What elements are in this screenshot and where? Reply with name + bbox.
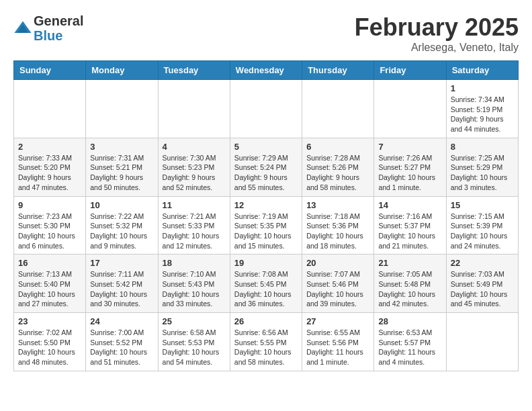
day-header-monday: Monday [86, 61, 158, 80]
calendar-cell: 20Sunrise: 7:07 AM Sunset: 5:46 PM Dayli… [302, 255, 374, 313]
day-header-tuesday: Tuesday [158, 61, 230, 80]
day-info: Sunrise: 7:22 AM Sunset: 5:32 PM Dayligh… [90, 212, 153, 251]
day-info: Sunrise: 6:55 AM Sunset: 5:56 PM Dayligh… [306, 328, 369, 367]
day-number: 12 [234, 200, 298, 210]
day-info: Sunrise: 7:34 AM Sunset: 5:19 PM Dayligh… [451, 95, 514, 134]
day-number: 7 [378, 142, 441, 152]
day-number: 5 [234, 142, 298, 152]
calendar-cell: 8Sunrise: 7:25 AM Sunset: 5:29 PM Daylig… [446, 138, 518, 196]
calendar-cell: 11Sunrise: 7:21 AM Sunset: 5:33 PM Dayli… [158, 196, 230, 255]
calendar-cell: 4Sunrise: 7:30 AM Sunset: 5:23 PM Daylig… [158, 138, 230, 196]
calendar-week-1: 1Sunrise: 7:34 AM Sunset: 5:19 PM Daylig… [14, 80, 519, 138]
calendar-cell: 6Sunrise: 7:28 AM Sunset: 5:26 PM Daylig… [302, 138, 374, 196]
calendar-cell: 12Sunrise: 7:19 AM Sunset: 5:35 PM Dayli… [230, 196, 302, 255]
day-number: 15 [451, 200, 514, 210]
day-info: Sunrise: 7:07 AM Sunset: 5:46 PM Dayligh… [306, 269, 369, 309]
calendar-cell [86, 80, 158, 138]
calendar-cell: 5Sunrise: 7:29 AM Sunset: 5:24 PM Daylig… [230, 138, 302, 196]
day-info: Sunrise: 7:03 AM Sunset: 5:49 PM Dayligh… [451, 269, 514, 309]
calendar-cell: 19Sunrise: 7:08 AM Sunset: 5:45 PM Dayli… [230, 255, 302, 313]
day-info: Sunrise: 6:56 AM Sunset: 5:55 PM Dayligh… [234, 328, 298, 367]
calendar-cell: 9Sunrise: 7:23 AM Sunset: 5:30 PM Daylig… [14, 196, 86, 255]
day-number: 13 [306, 200, 369, 210]
calendar-cell: 26Sunrise: 6:56 AM Sunset: 5:55 PM Dayli… [230, 313, 302, 371]
title-area: February 2025 Arlesega, Veneto, Italy [355, 13, 519, 54]
day-number: 25 [163, 316, 226, 326]
calendar-cell: 2Sunrise: 7:33 AM Sunset: 5:20 PM Daylig… [14, 138, 86, 196]
day-info: Sunrise: 7:00 AM Sunset: 5:52 PM Dayligh… [90, 328, 153, 367]
day-info: Sunrise: 6:53 AM Sunset: 5:57 PM Dayligh… [378, 328, 441, 367]
calendar-cell: 18Sunrise: 7:10 AM Sunset: 5:43 PM Dayli… [158, 255, 230, 313]
calendar-cell: 28Sunrise: 6:53 AM Sunset: 5:57 PM Dayli… [374, 313, 446, 371]
calendar-cell: 15Sunrise: 7:15 AM Sunset: 5:39 PM Dayli… [446, 196, 518, 255]
day-info: Sunrise: 7:08 AM Sunset: 5:45 PM Dayligh… [234, 269, 298, 309]
day-number: 26 [234, 316, 298, 326]
day-info: Sunrise: 7:28 AM Sunset: 5:26 PM Dayligh… [306, 153, 369, 193]
calendar-cell [446, 313, 518, 371]
location: Arlesega, Veneto, Italy [355, 42, 519, 54]
calendar-cell: 23Sunrise: 7:02 AM Sunset: 5:50 PM Dayli… [14, 313, 86, 371]
day-number: 18 [163, 258, 226, 268]
calendar-cell: 21Sunrise: 7:05 AM Sunset: 5:48 PM Dayli… [374, 255, 446, 313]
day-info: Sunrise: 7:11 AM Sunset: 5:42 PM Dayligh… [90, 269, 153, 309]
day-number: 22 [451, 258, 514, 268]
logo-icon [13, 19, 32, 38]
calendar-cell: 13Sunrise: 7:18 AM Sunset: 5:36 PM Dayli… [302, 196, 374, 255]
day-number: 4 [163, 142, 226, 152]
day-number: 10 [90, 200, 153, 210]
day-number: 19 [234, 258, 298, 268]
day-header-thursday: Thursday [302, 61, 374, 80]
calendar-cell: 16Sunrise: 7:13 AM Sunset: 5:40 PM Dayli… [14, 255, 86, 313]
day-number: 3 [90, 142, 153, 152]
logo-text: General Blue [34, 13, 83, 43]
day-info: Sunrise: 7:21 AM Sunset: 5:33 PM Dayligh… [163, 212, 226, 251]
calendar-table: SundayMondayTuesdayWednesdayThursdayFrid… [13, 60, 519, 371]
day-number: 11 [163, 200, 226, 210]
month-title: February 2025 [355, 13, 519, 42]
day-number: 8 [451, 142, 514, 152]
calendar-cell [158, 80, 230, 138]
day-info: Sunrise: 7:26 AM Sunset: 5:27 PM Dayligh… [378, 153, 441, 193]
logo: General Blue [13, 13, 83, 43]
calendar-cell: 27Sunrise: 6:55 AM Sunset: 5:56 PM Dayli… [302, 313, 374, 371]
calendar-cell [374, 80, 446, 138]
day-number: 20 [306, 258, 369, 268]
calendar-header-row: SundayMondayTuesdayWednesdayThursdayFrid… [14, 61, 519, 80]
day-info: Sunrise: 7:10 AM Sunset: 5:43 PM Dayligh… [163, 269, 226, 309]
calendar-week-3: 9Sunrise: 7:23 AM Sunset: 5:30 PM Daylig… [14, 196, 519, 255]
calendar-cell: 1Sunrise: 7:34 AM Sunset: 5:19 PM Daylig… [446, 80, 518, 138]
day-number: 14 [378, 200, 441, 210]
day-header-saturday: Saturday [446, 61, 518, 80]
day-number: 21 [378, 258, 441, 268]
day-number: 9 [18, 200, 81, 210]
day-number: 23 [18, 316, 81, 326]
day-info: Sunrise: 7:18 AM Sunset: 5:36 PM Dayligh… [306, 212, 369, 251]
calendar-cell: 3Sunrise: 7:31 AM Sunset: 5:21 PM Daylig… [86, 138, 158, 196]
calendar-cell [230, 80, 302, 138]
calendar-cell: 7Sunrise: 7:26 AM Sunset: 5:27 PM Daylig… [374, 138, 446, 196]
day-header-sunday: Sunday [14, 61, 86, 80]
day-info: Sunrise: 7:16 AM Sunset: 5:37 PM Dayligh… [378, 212, 441, 251]
day-info: Sunrise: 7:25 AM Sunset: 5:29 PM Dayligh… [451, 153, 514, 193]
calendar-cell [302, 80, 374, 138]
day-number: 16 [18, 258, 81, 268]
day-info: Sunrise: 7:33 AM Sunset: 5:20 PM Dayligh… [18, 153, 81, 193]
day-info: Sunrise: 7:19 AM Sunset: 5:35 PM Dayligh… [234, 212, 298, 251]
calendar-week-4: 16Sunrise: 7:13 AM Sunset: 5:40 PM Dayli… [14, 255, 519, 313]
calendar-cell: 10Sunrise: 7:22 AM Sunset: 5:32 PM Dayli… [86, 196, 158, 255]
day-info: Sunrise: 6:58 AM Sunset: 5:53 PM Dayligh… [163, 328, 226, 367]
day-info: Sunrise: 7:05 AM Sunset: 5:48 PM Dayligh… [378, 269, 441, 309]
day-number: 28 [378, 316, 441, 326]
day-number: 24 [90, 316, 153, 326]
day-info: Sunrise: 7:30 AM Sunset: 5:23 PM Dayligh… [163, 153, 226, 193]
calendar-cell: 17Sunrise: 7:11 AM Sunset: 5:42 PM Dayli… [86, 255, 158, 313]
day-info: Sunrise: 7:15 AM Sunset: 5:39 PM Dayligh… [451, 212, 514, 251]
day-number: 27 [306, 316, 369, 326]
calendar-cell [14, 80, 86, 138]
calendar-cell: 14Sunrise: 7:16 AM Sunset: 5:37 PM Dayli… [374, 196, 446, 255]
day-info: Sunrise: 7:29 AM Sunset: 5:24 PM Dayligh… [234, 153, 298, 193]
day-info: Sunrise: 7:31 AM Sunset: 5:21 PM Dayligh… [90, 153, 153, 193]
calendar-cell: 25Sunrise: 6:58 AM Sunset: 5:53 PM Dayli… [158, 313, 230, 371]
calendar-week-2: 2Sunrise: 7:33 AM Sunset: 5:20 PM Daylig… [14, 138, 519, 196]
calendar-cell: 22Sunrise: 7:03 AM Sunset: 5:49 PM Dayli… [446, 255, 518, 313]
